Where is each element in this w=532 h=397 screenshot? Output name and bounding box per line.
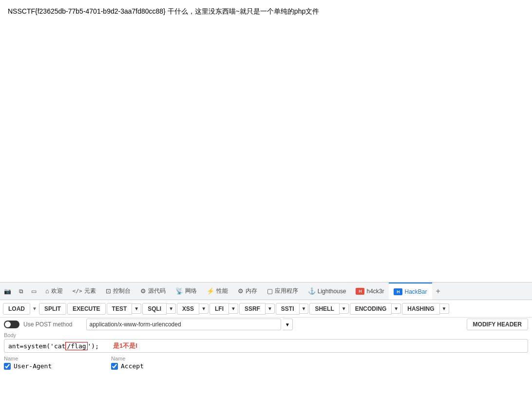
tab-welcome[interactable]: ⌂ 欢迎 xyxy=(40,283,68,300)
tab-memory[interactable]: ⚙ 内存 xyxy=(233,283,262,300)
tab-welcome-label: 欢迎 xyxy=(51,287,63,295)
body-comment: 是1不是l xyxy=(107,341,137,350)
tab-h4ck3r[interactable]: H h4ck3r xyxy=(351,283,389,300)
content-type-input[interactable] xyxy=(86,319,281,330)
screenshot-icon: 📷 xyxy=(4,288,11,295)
hackbar-panel: LOAD ▼ SPLIT EXECUTE TEST ▼ SQLI ▼ XSS ▼… xyxy=(0,300,532,397)
accept-checkbox[interactable] xyxy=(111,363,118,370)
modify-header-button[interactable]: MODIFY HEADER xyxy=(467,319,528,330)
test-button[interactable]: TEST xyxy=(107,303,133,315)
test-dropdown[interactable]: ▼ xyxy=(132,303,141,314)
header-item-useragent: Name User-Agent xyxy=(4,356,101,370)
tab-network-label: 网络 xyxy=(185,287,197,295)
tab-sources-label: 源代码 xyxy=(148,287,166,295)
window-icon: ⧉ xyxy=(19,288,23,295)
hackbar-icon: H xyxy=(394,288,402,295)
post-toggle-row: Use POST method ▼ MODIFY HEADER xyxy=(0,318,532,331)
accept-row: Accept xyxy=(111,362,209,370)
tab-application-label: 应用程序 xyxy=(275,287,298,295)
devtools-icon-btn-2[interactable]: ⧉ xyxy=(15,283,27,300)
elements-icon: </> xyxy=(73,288,82,294)
accept-value: Accept xyxy=(121,362,144,370)
tab-h4ck3r-label: h4ck3r xyxy=(366,288,384,295)
shell-button[interactable]: SHELL xyxy=(309,303,339,315)
header-name-label-2: Name xyxy=(111,356,209,361)
useragent-value: User-Agent xyxy=(14,362,52,370)
useragent-row: User-Agent xyxy=(4,362,101,370)
application-icon: ▢ xyxy=(267,287,273,295)
content-type-container: ▼ xyxy=(86,319,293,330)
devtools-tab-bar: 📷 ⧉ ▭ ⌂ 欢迎 </> 元素 ⊡ 控制台 ⚙ 源代码 📡 网络 ⚡ 性能 … xyxy=(0,283,532,300)
shell-dropdown[interactable]: ▼ xyxy=(340,303,349,314)
body-highlight: /flag xyxy=(65,342,87,350)
page-flag-text: NSSCTF{f23625db-77b5-4701-b9d2-3aa7fd80c… xyxy=(8,6,524,17)
body-row: Body ant=system('cat /flag'); 是1不是l xyxy=(0,331,532,354)
hashing-group: HASHING ▼ xyxy=(402,303,449,315)
tab-network[interactable]: 📡 网络 xyxy=(171,283,202,300)
sqli-dropdown[interactable]: ▼ xyxy=(167,303,176,314)
tab-performance[interactable]: ⚡ 性能 xyxy=(202,283,233,300)
body-input[interactable]: ant=system('cat /flag'); 是1不是l xyxy=(4,339,528,353)
test-group: TEST ▼ xyxy=(107,303,142,315)
toggle-knob xyxy=(5,321,11,327)
xss-dropdown[interactable]: ▼ xyxy=(199,303,209,314)
ssti-button[interactable]: SSTI xyxy=(276,303,300,315)
tab-memory-label: 内存 xyxy=(246,287,257,295)
xss-group: XSS ▼ xyxy=(177,303,209,315)
network-icon: 📡 xyxy=(175,287,183,295)
load-button[interactable]: LOAD xyxy=(3,303,30,315)
memory-icon: ⚙ xyxy=(238,287,244,295)
body-prefix: ant=system('cat xyxy=(8,342,65,350)
header-item-accept: Name Accept xyxy=(111,356,209,370)
sqli-group: SQLI ▼ xyxy=(142,303,176,315)
tab-lighthouse-label: Lighthouse xyxy=(318,288,346,295)
hashing-dropdown[interactable]: ▼ xyxy=(440,303,449,314)
body-label: Body xyxy=(4,332,528,338)
encoding-dropdown[interactable]: ▼ xyxy=(392,303,401,314)
tab-performance-label: 性能 xyxy=(216,287,228,295)
tab-hackbar[interactable]: H HackBar xyxy=(389,283,432,300)
content-type-dropdown[interactable]: ▼ xyxy=(283,319,293,330)
ssrf-group: SSRF ▼ xyxy=(239,303,275,315)
post-toggle[interactable] xyxy=(4,321,19,328)
panel-icon: ▭ xyxy=(31,288,37,295)
sources-icon: ⚙ xyxy=(140,287,146,295)
performance-icon: ⚡ xyxy=(207,287,214,295)
encoding-group: ENCODING ▼ xyxy=(350,303,401,315)
header-section: Name User-Agent Name Accept xyxy=(0,354,532,372)
tab-hackbar-label: HackBar xyxy=(404,288,427,295)
encoding-button[interactable]: ENCODING xyxy=(350,303,392,315)
lfi-button[interactable]: LFI xyxy=(209,303,229,315)
useragent-checkbox[interactable] xyxy=(4,363,11,370)
tab-sources[interactable]: ⚙ 源代码 xyxy=(135,283,171,300)
ssrf-dropdown[interactable]: ▼ xyxy=(266,303,275,314)
ssrf-button[interactable]: SSRF xyxy=(239,303,266,315)
shell-group: SHELL ▼ xyxy=(309,303,348,315)
split-button[interactable]: SPLIT xyxy=(39,303,66,315)
browser-content: NSSCTF{f23625db-77b5-4701-b9d2-3aa7fd80c… xyxy=(0,0,532,283)
ssti-dropdown[interactable]: ▼ xyxy=(300,303,309,314)
lighthouse-icon: ⚓ xyxy=(308,287,316,295)
h4ck3r-icon: H xyxy=(356,288,364,295)
hashing-button[interactable]: HASHING xyxy=(402,303,439,315)
devtools-icon-btn-1[interactable]: 📷 xyxy=(0,283,15,300)
lfi-dropdown[interactable]: ▼ xyxy=(229,303,238,314)
xss-button[interactable]: XSS xyxy=(177,303,199,315)
tab-console-label: 控制台 xyxy=(113,287,131,295)
tab-application[interactable]: ▢ 应用程序 xyxy=(262,283,303,300)
new-tab-button[interactable]: + xyxy=(432,283,444,300)
sqli-button[interactable]: SQLI xyxy=(142,303,167,315)
home-icon: ⌂ xyxy=(45,287,49,295)
tab-elements-label: 元素 xyxy=(84,287,96,295)
hackbar-toolbar: LOAD ▼ SPLIT EXECUTE TEST ▼ SQLI ▼ XSS ▼… xyxy=(0,300,532,318)
devtools-icon-btn-3[interactable]: ▭ xyxy=(27,283,40,300)
load-dropdown-arrow[interactable]: ▼ xyxy=(31,306,38,311)
execute-button[interactable]: EXECUTE xyxy=(67,303,106,315)
tab-elements[interactable]: </> 元素 xyxy=(68,283,101,300)
console-icon: ⊡ xyxy=(106,287,111,295)
tab-lighthouse[interactable]: ⚓ Lighthouse xyxy=(303,283,351,300)
ssti-group: SSTI ▼ xyxy=(276,303,309,315)
tab-console[interactable]: ⊡ 控制台 xyxy=(101,283,135,300)
body-suffix: '); xyxy=(88,342,99,350)
post-label: Use POST method xyxy=(23,321,73,328)
